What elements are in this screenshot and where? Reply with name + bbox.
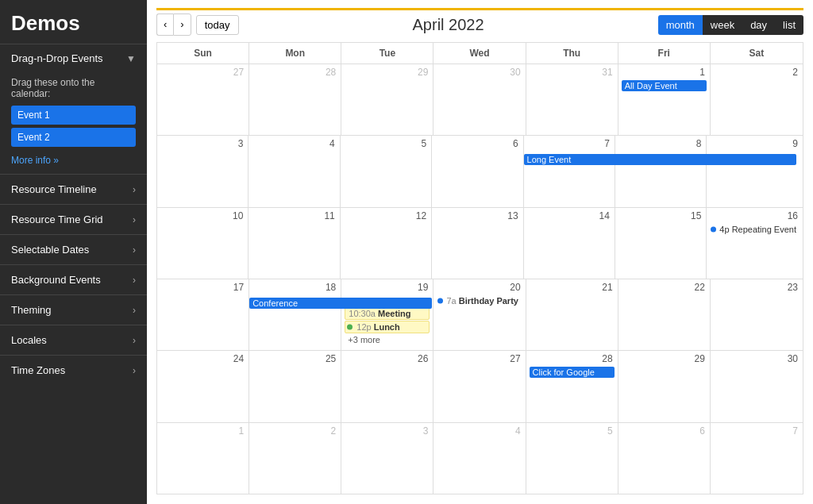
day-cell[interactable]: 16 4p Repeating Event — [707, 208, 803, 279]
day-number: 29 — [345, 66, 430, 79]
day-cell[interactable]: 3 — [157, 136, 249, 206]
day-number: 4 — [252, 137, 336, 151]
day-cell[interactable]: 1 All Day Event — [618, 64, 711, 135]
sidebar-item-selectable-dates[interactable]: Selectable Dates › — [0, 234, 147, 264]
day-cell[interactable]: 18 Conference — [249, 279, 341, 350]
day-cell[interactable]: 13 — [432, 208, 523, 279]
sidebar-item-locales[interactable]: Locales › — [0, 325, 147, 355]
calendar-event[interactable]: Long Event — [524, 154, 796, 165]
day-cell[interactable]: 4 — [249, 136, 340, 206]
nav-buttons: ‹ › today — [156, 13, 239, 36]
calendar-event[interactable]: Conference — [249, 298, 432, 309]
calendar-header: Sun Mon Tue Wed Thu Fri Sat — [157, 43, 803, 64]
app-title: Demos — [0, 0, 147, 44]
day-cell[interactable]: 27 — [433, 351, 526, 421]
week-row: 17 18 Conference 19 10:30a Meeting 12p L… — [157, 279, 803, 351]
drag-drop-header[interactable]: Drag-n-Drop Events ▼ — [0, 44, 147, 72]
week-view-button[interactable]: week — [703, 15, 742, 35]
next-button[interactable]: › — [173, 13, 191, 36]
chevron-right-icon: › — [133, 184, 136, 195]
day-cell[interactable]: 19 10:30a Meeting 12p Lunch +3 more — [341, 279, 433, 350]
day-cell[interactable]: 17 — [157, 279, 249, 350]
day-cell[interactable]: 1 — [157, 423, 249, 494]
day-number: 20 — [437, 281, 522, 294]
sidebar-item-time-zones[interactable]: Time Zones › — [0, 355, 147, 385]
sidebar-item-theming[interactable]: Theming › — [0, 294, 147, 325]
day-cell[interactable]: 23 — [711, 279, 803, 350]
day-cell[interactable]: 5 — [526, 423, 618, 494]
day-cell[interactable]: 26 — [341, 351, 433, 421]
day-cell[interactable]: 2 — [249, 423, 341, 494]
chevron-right-icon: › — [133, 335, 136, 346]
dow-wed: Wed — [433, 43, 526, 63]
day-number: 28 — [252, 66, 337, 79]
calendar-event[interactable]: 4p Repeating Event — [710, 224, 800, 235]
day-cell[interactable]: 8 — [615, 136, 707, 206]
calendar-event[interactable]: All Day Event — [622, 80, 707, 91]
calendar-event[interactable]: Click for Google — [530, 367, 615, 378]
day-cell[interactable]: 4 — [433, 423, 526, 494]
day-cell[interactable]: 2 — [711, 64, 803, 135]
day-cell[interactable]: 7 — [711, 423, 803, 494]
day-number: 17 — [160, 281, 245, 294]
day-cell[interactable]: 30 — [433, 64, 526, 135]
sidebar-item-resource-timeline[interactable]: Resource Timeline › — [0, 174, 147, 204]
day-cell[interactable]: 31 — [526, 64, 618, 135]
draggable-event-1[interactable]: Event 1 — [11, 106, 136, 125]
prev-button[interactable]: ‹ — [156, 13, 173, 36]
drag-instructions: Drag these onto the calendar: — [0, 72, 147, 102]
top-accent-border — [156, 8, 803, 10]
day-cell[interactable]: 24 — [157, 351, 249, 421]
day-cell[interactable]: 6 — [618, 423, 711, 494]
day-cell[interactable]: 9 4p Repeating Event — [707, 136, 803, 206]
calendar-body: 27 28 29 30 31 1 All Day Event 2 3 4 5 6… — [157, 64, 803, 494]
day-cell[interactable]: 28 Click for Google — [526, 351, 618, 421]
day-cell[interactable]: 15 — [615, 208, 707, 279]
calendar-event[interactable]: 10:30a Meeting — [345, 307, 430, 320]
day-cell[interactable]: 30 — [711, 351, 803, 421]
day-cell[interactable]: 6 — [432, 136, 523, 206]
day-cell[interactable]: 14 — [524, 208, 615, 279]
calendar-event[interactable]: 12p Lunch — [345, 321, 430, 333]
dow-fri: Fri — [618, 43, 711, 63]
view-buttons: month week day list — [658, 15, 803, 35]
day-cell[interactable]: 20 7a Birthday Party — [433, 279, 526, 350]
chevron-right-icon: › — [133, 214, 136, 225]
day-number: 14 — [527, 210, 611, 223]
day-cell[interactable]: 7 Long Event — [524, 136, 615, 206]
draggable-event-2[interactable]: Event 2 — [11, 128, 136, 147]
day-cell[interactable]: 27 — [157, 64, 249, 135]
day-cell[interactable]: 28 — [249, 64, 341, 135]
day-number: 1 — [622, 66, 707, 79]
day-cell[interactable]: 22 — [618, 279, 711, 350]
day-cell[interactable]: 29 — [341, 64, 433, 135]
day-cell[interactable]: 29 — [618, 351, 711, 421]
day-view-button[interactable]: day — [742, 15, 775, 35]
list-view-button[interactable]: list — [775, 15, 803, 35]
day-cell[interactable]: 11 — [249, 208, 340, 279]
more-info-link[interactable]: More info » — [0, 150, 147, 174]
day-number: 19 — [345, 281, 430, 294]
more-events-link[interactable]: +3 more — [345, 334, 430, 345]
day-cell[interactable]: 21 — [526, 279, 618, 350]
day-cell[interactable]: 25 — [249, 351, 341, 421]
day-cell[interactable]: 3 — [341, 423, 433, 494]
day-cell[interactable]: 5 — [341, 136, 432, 206]
today-button[interactable]: today — [196, 15, 239, 35]
sidebar-item-label: Selectable Dates — [11, 244, 89, 256]
day-number: 30 — [714, 352, 800, 366]
chevron-right-icon: › — [133, 365, 136, 376]
day-number: 23 — [714, 281, 800, 294]
chevron-right-icon: › — [133, 305, 136, 316]
day-cell[interactable]: 12 — [341, 208, 432, 279]
sidebar-item-resource-time-grid[interactable]: Resource Time Grid › — [0, 204, 147, 234]
calendar-event[interactable]: 7a Birthday Party — [437, 295, 522, 306]
month-view-button[interactable]: month — [658, 15, 703, 35]
sidebar: Demos Drag-n-Drop Events ▼ Drag these on… — [0, 0, 147, 504]
week-row: 10 11 12 13 14 15 16 4p Repeating Event — [157, 208, 803, 279]
dow-thu: Thu — [526, 43, 618, 63]
chevron-down-icon: ▼ — [126, 53, 136, 64]
day-cell[interactable]: 10 — [157, 208, 249, 279]
day-number: 2 — [714, 66, 800, 79]
sidebar-item-background-events[interactable]: Background Events › — [0, 264, 147, 294]
